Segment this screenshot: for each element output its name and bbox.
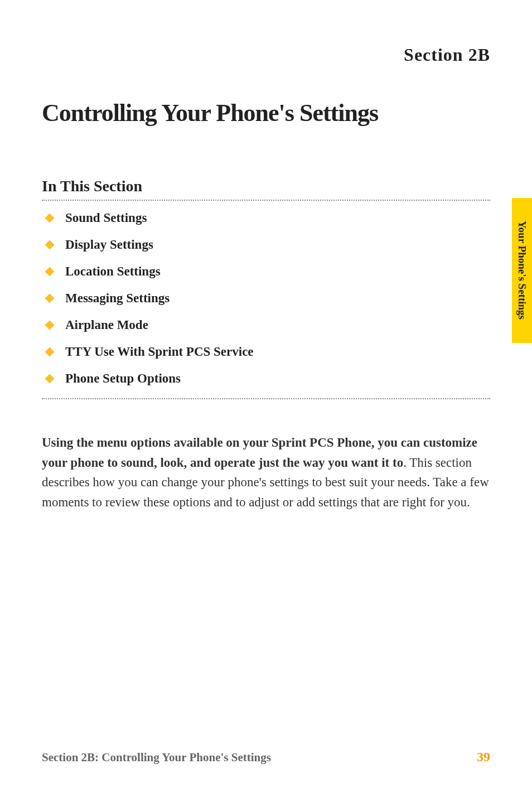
list-item: Location Settings [42,264,490,279]
page-title: Controlling Your Phone's Settings [42,99,490,127]
page-number: 39 [477,749,490,765]
divider-bottom [42,398,490,399]
side-tab: Your Phone's Settings [512,198,532,343]
list-item: Display Settings [42,238,490,252]
list-item-label: Location Settings [65,264,161,279]
list-item-label: Messaging Settings [65,291,170,306]
list-item-label: Airplane Mode [65,318,148,332]
list-item: Sound Settings [42,211,490,225]
footer-section-label: Section 2B: Controlling Your Phone's Set… [42,751,271,765]
list-item: Airplane Mode [42,318,490,332]
list-item-label: Display Settings [65,238,153,252]
diamond-icon [45,267,55,277]
list-item: Phone Setup Options [42,371,490,386]
diamond-icon [45,347,55,357]
diamond-icon [45,240,55,250]
subsection-title: In This Section [42,177,490,195]
list-item-label: Phone Setup Options [65,371,181,386]
list-item-label: TTY Use With Sprint PCS Service [65,345,254,359]
divider-top [42,200,490,201]
section-label: Section 2B [42,45,490,65]
diamond-icon [45,214,55,223]
list-item: TTY Use With Sprint PCS Service [42,345,490,359]
body-paragraph: Using the menu options available on your… [42,433,490,512]
list-item: Messaging Settings [42,291,490,306]
diamond-icon [45,294,55,303]
diamond-icon [45,321,55,330]
diamond-icon [45,374,55,384]
side-tab-label: Your Phone's Settings [516,221,528,320]
footer: Section 2B: Controlling Your Phone's Set… [42,749,490,765]
list-item-label: Sound Settings [65,211,147,225]
bullet-list: Sound Settings Display Settings Location… [42,211,490,386]
